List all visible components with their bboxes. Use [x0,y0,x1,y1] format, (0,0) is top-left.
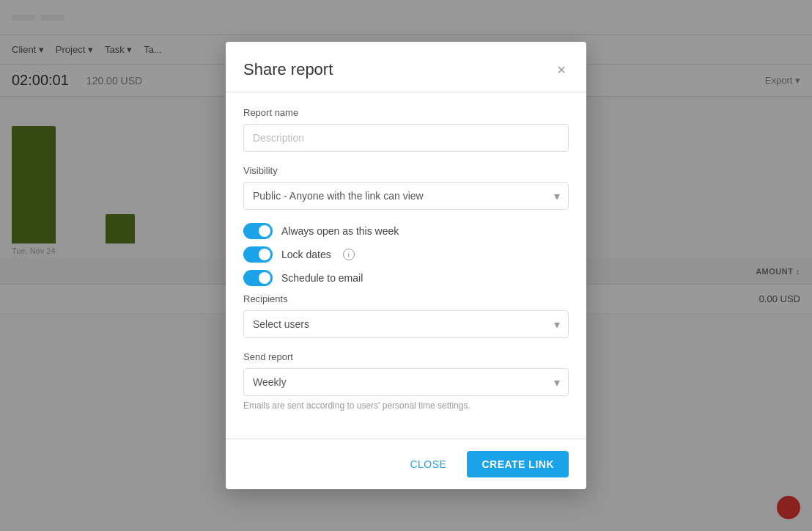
modal-footer: Close CREATE LINK [226,439,586,489]
toggle-open-group: Always open as this week [243,223,569,239]
toggle-schedule-switch[interactable] [243,270,273,286]
modal-title: Share report [243,60,333,79]
recipients-select[interactable]: Select users [243,310,569,338]
send-report-group: Send report Weekly Daily Monthly ▾ Email… [243,351,569,411]
modal-overlay: Share report × Report name Visibility Pu… [0,0,812,531]
send-report-select-wrapper: Weekly Daily Monthly ▾ [243,368,569,396]
modal-header: Share report × [226,42,586,92]
toggle-schedule-label: Schedule to email [281,272,363,284]
toggle-lock-slider [243,246,273,263]
report-name-label: Report name [243,107,569,118]
send-report-select[interactable]: Weekly Daily Monthly [243,368,569,396]
toggle-open-label: Always open as this week [281,225,399,237]
toggle-schedule-group: Schedule to email [243,270,569,286]
send-report-hint: Emails are sent according to users' pers… [243,400,569,411]
visibility-select[interactable]: Public - Anyone with the link can view P… [243,182,569,210]
report-name-group: Report name [243,107,569,152]
toggle-open-slider [243,223,273,239]
recipients-label: Recipients [243,293,569,304]
recipients-group: Recipients Select users ▾ [243,293,569,338]
visibility-label: Visibility [243,165,569,176]
toggle-schedule-slider [243,270,273,286]
toggle-open-switch[interactable] [243,223,273,239]
send-report-label: Send report [243,351,569,362]
modal-body: Report name Visibility Public - Anyone w… [226,92,586,439]
toggle-lock-group: Lock dates i [243,246,569,263]
visibility-select-wrapper: Public - Anyone with the link can view P… [243,182,569,210]
share-report-modal: Share report × Report name Visibility Pu… [226,42,586,489]
recipients-select-wrapper: Select users ▾ [243,310,569,338]
create-link-button[interactable]: CREATE LINK [467,451,569,477]
close-button[interactable]: Close [398,453,458,476]
lock-dates-info-icon[interactable]: i [343,249,355,260]
report-name-input[interactable] [243,124,569,152]
toggle-lock-label: Lock dates [281,249,331,260]
visibility-group: Visibility Public - Anyone with the link… [243,165,569,210]
modal-close-button[interactable]: × [554,59,569,80]
toggle-lock-switch[interactable] [243,246,273,263]
